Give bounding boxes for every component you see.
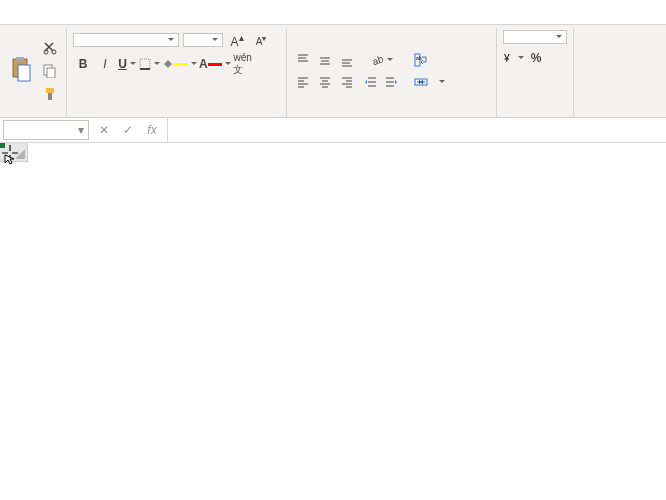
percent-button[interactable]: % (526, 48, 546, 68)
fill-color-button[interactable] (162, 54, 197, 74)
svg-text:ab: ab (370, 53, 383, 67)
cancel-formula-button[interactable]: ✕ (93, 120, 115, 140)
name-box[interactable]: ▾ (3, 120, 89, 140)
align-middle-button[interactable] (315, 50, 335, 70)
number-format-select[interactable] (503, 30, 567, 44)
font-color-button[interactable]: A (199, 54, 231, 74)
align-right-button[interactable] (337, 72, 357, 92)
svg-rect-6 (47, 68, 55, 78)
svg-rect-2 (18, 65, 30, 81)
increase-indent-button[interactable] (381, 72, 401, 92)
border-icon (139, 58, 151, 70)
cut-button[interactable] (40, 38, 60, 58)
ribbon: A▴ A▾ B I U A wén文 (0, 25, 666, 118)
align-bottom-button[interactable] (337, 50, 357, 70)
ribbon-tabs (0, 0, 666, 25)
italic-button[interactable]: I (95, 54, 115, 74)
formula-bar-row: ▾ ✕ ✓ fx (0, 118, 666, 143)
svg-rect-7 (46, 88, 54, 93)
merge-icon (414, 75, 428, 89)
select-all-corner[interactable] (0, 143, 28, 162)
copy-icon (43, 64, 57, 78)
align-center-button[interactable] (315, 72, 335, 92)
orientation-icon: ab (370, 53, 384, 67)
svg-point-4 (52, 50, 56, 54)
underline-button[interactable]: U (117, 54, 137, 74)
align-left-button[interactable] (293, 72, 313, 92)
formula-bar[interactable] (167, 118, 666, 142)
currency-icon: ¥ (503, 52, 515, 64)
svg-text:¥: ¥ (503, 53, 510, 64)
clipboard-icon (9, 57, 33, 85)
decrease-indent-button[interactable] (361, 72, 381, 92)
phonetic-button[interactable]: wén文 (233, 54, 253, 74)
bucket-icon (162, 58, 174, 70)
group-align: ab ab (287, 28, 497, 117)
align-group-label (293, 111, 490, 115)
border-button[interactable] (139, 54, 160, 74)
decrease-font-button[interactable]: A▾ (251, 30, 271, 50)
enter-formula-button[interactable]: ✓ (117, 120, 139, 140)
insert-function-button[interactable]: fx (141, 120, 163, 140)
svg-rect-1 (16, 57, 24, 61)
increase-font-button[interactable]: A▴ (227, 30, 247, 50)
group-font: A▴ A▾ B I U A wén文 (67, 28, 287, 117)
number-group-label (503, 111, 567, 115)
svg-rect-9 (140, 59, 150, 69)
font-size-select[interactable] (183, 33, 223, 47)
svg-rect-8 (48, 93, 52, 100)
font-family-select[interactable] (73, 33, 179, 47)
group-number: ¥ % (497, 28, 574, 117)
svg-text:ab: ab (416, 55, 422, 61)
align-top-button[interactable] (293, 50, 313, 70)
scissors-icon (43, 41, 57, 55)
wrap-icon: ab (414, 53, 428, 67)
merge-center-button[interactable] (409, 72, 450, 92)
bold-button[interactable]: B (73, 54, 93, 74)
brush-icon (43, 87, 57, 101)
font-group-label (73, 111, 280, 115)
copy-button[interactable] (40, 61, 60, 81)
format-painter-button[interactable] (40, 84, 60, 104)
paste-button[interactable] (6, 54, 36, 88)
accounting-format-button[interactable]: ¥ (503, 48, 524, 68)
orientation-button[interactable]: ab (361, 50, 401, 70)
group-clipboard (0, 28, 67, 117)
clipboard-group-label (6, 111, 60, 115)
wrap-text-button[interactable]: ab (409, 50, 450, 70)
